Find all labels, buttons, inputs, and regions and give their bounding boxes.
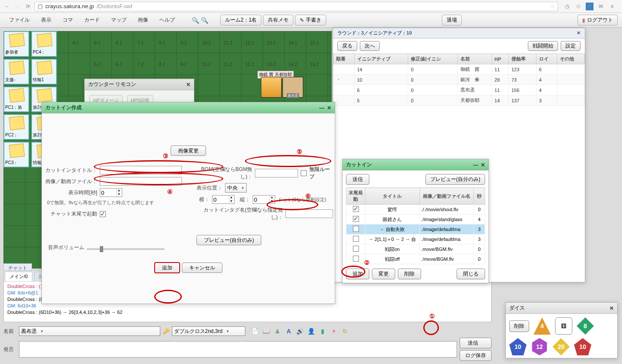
chat-tab-main[interactable]: メイン/0 xyxy=(5,272,32,281)
note-icon[interactable]: 📄 xyxy=(251,327,259,335)
menu-image[interactable]: 画像 xyxy=(133,14,153,26)
refresh-icon[interactable]: ↻ xyxy=(341,327,349,335)
back-icon[interactable]: ← xyxy=(3,3,11,10)
close-icon[interactable]: ✕ xyxy=(327,105,331,111)
preview-button[interactable]: プレビュー(自分のみ) xyxy=(425,174,485,185)
table-row[interactable]: 140御鏡 茜111236 xyxy=(333,64,585,75)
width-stepper[interactable]: ▲▼ xyxy=(212,195,235,204)
character-token[interactable]: 黒布丞 xyxy=(282,77,303,98)
image-change-button[interactable]: 画像変更 xyxy=(171,146,206,156)
cutin-title-input[interactable] xyxy=(100,166,182,174)
d6-die[interactable]: ⚅ xyxy=(555,317,572,335)
table-row[interactable]: － 自動失敗./image/defaultIma3 xyxy=(346,225,485,234)
close-icon[interactable]: ✕ xyxy=(609,305,614,311)
menu-card[interactable]: カード xyxy=(79,14,105,26)
book-icon[interactable]: 📖 xyxy=(263,327,270,335)
memo-note[interactable]: PC2： xyxy=(3,114,29,140)
cutin-file-input[interactable] xyxy=(100,177,182,186)
hamburger-icon[interactable]: ≡ xyxy=(608,3,616,10)
memo-note[interactable]: 参加者 xyxy=(3,31,29,57)
next-button[interactable]: 次へ xyxy=(360,41,380,51)
d10-die[interactable]: 10 xyxy=(509,338,527,355)
display-time-stepper[interactable]: ▲▼ xyxy=(100,188,122,197)
exit-button[interactable]: 退場 xyxy=(442,15,462,25)
table-row[interactable]: 60黒布丞111564 xyxy=(333,85,585,95)
standing-icon[interactable]: 👤 xyxy=(308,327,315,335)
dice-delete-button[interactable]: 削除 xyxy=(509,320,529,332)
settings-button[interactable]: 設定 xyxy=(561,41,581,51)
add-button[interactable]: 追加 xyxy=(154,262,180,273)
close-icon[interactable]: ✕ xyxy=(577,30,581,36)
zoom-in-icon[interactable]: 🔍 xyxy=(192,17,199,24)
table-row[interactable]: 眼鏡さん./image/stand/glass4 xyxy=(346,215,485,225)
speak-input[interactable] xyxy=(19,341,457,358)
close-button[interactable]: 閉じる xyxy=(457,269,485,279)
table-row[interactable]: ・100銀河 奏28734 xyxy=(333,75,585,85)
logout-button[interactable]: ▮ログアウト xyxy=(578,15,618,25)
sound-icon[interactable]: 🔊 xyxy=(296,327,304,335)
row-checkbox[interactable] xyxy=(353,206,359,212)
memo-note[interactable]: PC4： xyxy=(31,31,57,57)
battle-start-button[interactable]: 戦闘開始 xyxy=(528,41,558,51)
pawn-icon[interactable]: ♟ xyxy=(274,327,282,335)
loop-checkbox[interactable] xyxy=(301,170,306,176)
table-row[interactable]: 50天都弥耶141373 xyxy=(333,95,585,106)
delete-button[interactable]: 削除 xyxy=(398,269,421,279)
d12-die[interactable]: 12 xyxy=(531,338,548,355)
zoom-out-icon[interactable]: 🔍 xyxy=(201,17,208,24)
save-log-button[interactable]: ログ保存 xyxy=(460,350,492,361)
cutin-icon[interactable]: ▮ xyxy=(319,327,327,335)
system-select[interactable]: ダブルクロス2nd,3rd xyxy=(172,326,245,336)
memo-note[interactable]: 情報1 xyxy=(31,59,57,85)
clock-icon[interactable]: ◷ xyxy=(563,3,571,10)
forward-icon[interactable]: → xyxy=(14,3,22,10)
table-row[interactable]: 戦闘on.move/BGM.flv0 xyxy=(346,244,485,254)
name-select[interactable]: 黒布丞 xyxy=(19,326,160,336)
send-button[interactable]: 送信 xyxy=(460,338,492,348)
character-token[interactable] xyxy=(261,77,282,98)
room-button[interactable]: ルーム2：1名 xyxy=(220,15,261,25)
position-select[interactable]: 中央 xyxy=(225,183,247,193)
cancel-button[interactable]: キャンセル xyxy=(182,263,222,273)
change-button[interactable]: 変更 xyxy=(372,269,395,279)
d100-die[interactable]: 10 xyxy=(574,338,591,355)
d4-die[interactable]: 4 xyxy=(533,317,551,335)
chat-tail-checkbox[interactable] xyxy=(100,211,106,217)
menu-piece[interactable]: コマ xyxy=(58,14,78,26)
volume-slider[interactable] xyxy=(87,248,165,250)
minimize-icon[interactable]: — xyxy=(319,105,324,111)
sparkle-icon[interactable]: ✦ xyxy=(330,327,338,335)
memo-note[interactable]: PC1：第 xyxy=(3,86,29,112)
preview-button[interactable]: プレビュー(自分のみ) xyxy=(197,235,261,245)
key-icon[interactable]: 🔑 xyxy=(163,328,169,334)
add-button[interactable]: 追加 xyxy=(346,269,369,279)
send-button[interactable]: 送信 xyxy=(346,174,369,185)
minimize-icon[interactable]: — xyxy=(473,162,478,168)
row-checkbox[interactable] xyxy=(353,246,359,252)
memo-note[interactable]: PC3： xyxy=(3,142,29,168)
bgm-input[interactable] xyxy=(255,169,298,177)
d20-die[interactable]: 20 xyxy=(552,338,570,355)
reload-icon[interactable]: ⟳ xyxy=(24,3,32,10)
row-checkbox[interactable] xyxy=(353,236,359,242)
close-icon[interactable]: ✕ xyxy=(186,82,190,88)
d8-die[interactable]: 8 xyxy=(577,317,594,335)
close-icon[interactable]: ✕ xyxy=(481,162,485,168)
extension-icon[interactable]: ✿ xyxy=(574,3,582,10)
table-row[interactable]: → 2[1,1]＋0 → 2 → 自./image/defaultIma3 xyxy=(346,234,485,244)
menu-help[interactable]: ヘルプ xyxy=(155,14,180,26)
row-checkbox[interactable] xyxy=(353,216,359,222)
font-icon[interactable]: A xyxy=(285,327,293,335)
height-stepper[interactable]: ▲▼ xyxy=(253,195,275,204)
row-checkbox[interactable] xyxy=(353,256,359,262)
url-bar[interactable]: ▢ crayus.sakura.ne.jp/DodontoF.swf ☆ xyxy=(35,2,558,11)
menu-map[interactable]: マップ xyxy=(106,14,131,26)
menu-file[interactable]: ファイル xyxy=(4,14,35,26)
mail-icon[interactable]: ✉ xyxy=(597,3,605,10)
star-icon[interactable]: ☆ xyxy=(550,3,555,9)
menu-view[interactable]: 表示 xyxy=(36,14,56,26)
table-row[interactable]: 驚愕././movie/shout.flv0 xyxy=(346,205,485,215)
memo-note[interactable]: 支援- xyxy=(3,59,29,85)
it-badge-icon[interactable]: It xyxy=(586,3,593,10)
tag-input[interactable] xyxy=(286,209,333,218)
